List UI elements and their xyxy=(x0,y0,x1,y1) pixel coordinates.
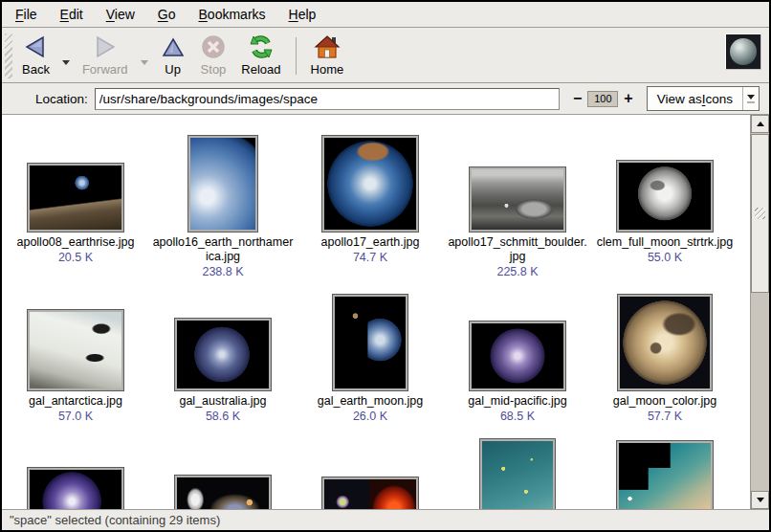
location-bar: Location: − 100 + View as Icons xyxy=(2,83,769,115)
file-item[interactable] xyxy=(297,435,444,509)
forward-button[interactable]: Forward xyxy=(75,30,136,82)
file-item[interactable] xyxy=(2,435,149,509)
scroll-up-arrow-icon[interactable] xyxy=(751,115,769,133)
file-item[interactable]: gal_australia.jpg 58.6 K xyxy=(149,291,297,424)
back-history-chevron-icon[interactable] xyxy=(59,56,73,69)
up-icon xyxy=(161,33,186,60)
menu-view[interactable]: View xyxy=(95,3,146,26)
teal-nebula-thumbnail-icon[interactable] xyxy=(480,439,555,509)
view-mode-chevron-icon[interactable] xyxy=(742,87,759,110)
earth-moon-thumbnail-icon[interactable] xyxy=(333,295,408,390)
location-input[interactable] xyxy=(95,88,560,110)
earthrise-thumbnail-icon[interactable] xyxy=(28,164,123,232)
moon-boulder-thumbnail-icon[interactable] xyxy=(470,167,565,232)
file-item[interactable] xyxy=(591,435,738,509)
menu-go[interactable]: Go xyxy=(146,3,187,26)
toolbar: Back Forward Up Stop xyxy=(2,28,769,83)
file-item[interactable]: gal_moon_color.jpg 57.7 K xyxy=(591,291,738,424)
throbber xyxy=(725,33,761,70)
zoom-out-button[interactable]: − xyxy=(567,88,587,109)
color-moon-thumbnail-icon[interactable] xyxy=(618,295,712,390)
toolbar-separator xyxy=(296,37,297,75)
nebula-montage-thumbnail-icon[interactable] xyxy=(322,477,418,509)
menu-file[interactable]: File xyxy=(4,3,49,26)
home-icon xyxy=(314,33,341,60)
menu-bookmarks[interactable]: Bookmarks xyxy=(187,3,277,26)
reload-button[interactable]: Reload xyxy=(233,30,288,82)
file-item[interactable]: apollo08_earthrise.jpg 20.5 K xyxy=(2,132,149,279)
status-bar: "space" selected (containing 29 items) xyxy=(2,509,769,530)
home-button[interactable]: Home xyxy=(303,30,352,82)
content-area: apollo08_earthrise.jpg 20.5 K apollo16_e… xyxy=(2,115,769,509)
reload-icon xyxy=(248,33,275,60)
file-item[interactable]: clem_full_moon_strtrk.jpg 55.0 K xyxy=(591,132,738,279)
forward-history-chevron-icon[interactable] xyxy=(138,56,151,69)
file-item[interactable]: apollo17_schmitt_boulder.jpg 225.8 K xyxy=(444,132,591,279)
view-mode-dropdown[interactable]: View as Icons xyxy=(647,86,760,111)
antarctica-thumbnail-icon[interactable] xyxy=(28,310,123,390)
file-item[interactable] xyxy=(444,435,591,509)
location-label: Location: xyxy=(35,92,88,106)
throbber-globe-icon xyxy=(730,38,757,65)
file-item[interactable]: apollo16_earth_northamerica.jpg 238.8 K xyxy=(149,132,297,279)
earth-thumbnail-icon[interactable] xyxy=(28,468,123,509)
file-item[interactable]: gal_antarctica.jpg 57.0 K xyxy=(2,291,149,424)
zoom-in-button[interactable]: + xyxy=(618,88,638,109)
scroll-down-arrow-icon[interactable] xyxy=(751,491,769,509)
file-item[interactable]: apollo17_earth.jpg 74.7 K xyxy=(297,132,444,279)
toolbar-drag-handle[interactable] xyxy=(5,33,12,78)
icon-view: apollo08_earthrise.jpg 20.5 K apollo16_e… xyxy=(2,115,750,509)
up-button[interactable]: Up xyxy=(153,30,193,82)
galaxy-thumbnail-icon[interactable] xyxy=(175,476,271,509)
vertical-scrollbar[interactable] xyxy=(750,115,769,509)
back-icon xyxy=(23,33,48,60)
menu-bar: File Edit View Go Bookmarks Help xyxy=(2,2,769,28)
file-item[interactable]: gal_earth_moon.jpg 26.0 K xyxy=(297,291,444,424)
full-moon-thumbnail-icon[interactable] xyxy=(617,161,713,232)
stop-icon xyxy=(201,33,226,60)
status-text: "space" selected (containing 29 items) xyxy=(10,513,220,527)
stop-button[interactable]: Stop xyxy=(193,30,234,82)
file-item[interactable] xyxy=(149,435,297,509)
file-manager-window: File Edit View Go Bookmarks Help Back Fo… xyxy=(0,0,771,532)
back-button[interactable]: Back xyxy=(14,30,57,82)
zoom-level-indicator: 100 xyxy=(587,91,618,107)
menu-help[interactable]: Help xyxy=(277,3,328,26)
scrollbar-thumb[interactable] xyxy=(751,134,769,293)
forward-icon xyxy=(93,33,118,60)
nebula-cutout-thumbnail-icon[interactable] xyxy=(617,441,713,509)
blue-marble-thumbnail-icon[interactable] xyxy=(322,136,418,232)
earth-northamerica-thumbnail-icon[interactable] xyxy=(188,136,257,232)
file-item[interactable]: gal_mid-pacific.jpg 68.5 K xyxy=(444,291,591,424)
mid-pacific-thumbnail-icon[interactable] xyxy=(470,321,565,390)
menu-edit[interactable]: Edit xyxy=(49,3,95,26)
australia-thumbnail-icon[interactable] xyxy=(175,319,271,390)
view-mode-label: View as Icons xyxy=(648,87,742,110)
